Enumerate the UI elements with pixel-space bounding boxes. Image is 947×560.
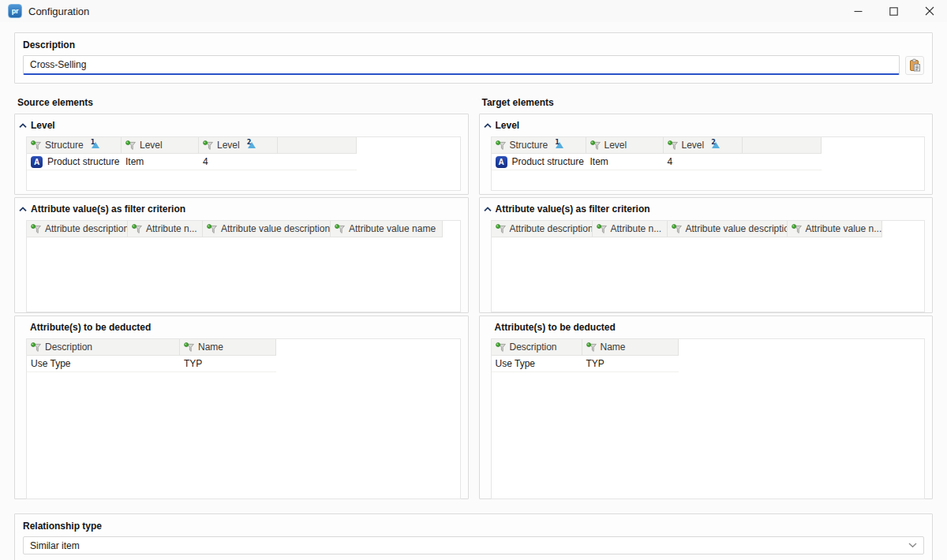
source-level-header[interactable]: Level [15, 114, 468, 134]
filter-icon[interactable] [31, 342, 42, 353]
column-header[interactable]: Description [492, 339, 582, 356]
description-row [23, 55, 924, 75]
column-header[interactable]: Attribute value name [331, 221, 443, 237]
paste-button[interactable] [905, 56, 924, 75]
sort-ascending-icon: 2 [711, 141, 721, 149]
grid-row[interactable]: Use TypeTYP [27, 356, 276, 372]
sort-ascending-icon: 1 [91, 141, 100, 149]
target-attr-filter-header[interactable]: Attribute value(s) as filter criterion [480, 198, 933, 218]
minimize-button[interactable] [840, 0, 876, 22]
filter-icon[interactable] [496, 140, 507, 151]
filter-icon[interactable] [31, 224, 42, 234]
filter-icon[interactable] [496, 342, 507, 353]
source-level-section: Level Structure1LevelLevel2AProduct stru… [14, 114, 469, 195]
filter-icon[interactable] [496, 224, 507, 234]
column-header-label: Attribute value name [349, 223, 436, 234]
grid-cell: 4 [199, 154, 278, 170]
column-header[interactable]: Attribute description [492, 221, 593, 237]
source-attr-filter-table: Attribute descriptionAttribute n...Attri… [26, 220, 461, 312]
column-header[interactable]: Attribute value n... [788, 221, 882, 237]
column-header[interactable]: Level [586, 137, 664, 154]
cell-text: Use Type [31, 358, 70, 369]
structure-a-icon: A [31, 156, 43, 168]
cell-text: Item [125, 156, 144, 167]
source-elements-heading: Source elements [14, 95, 469, 114]
grid-cell: 4 [664, 154, 743, 170]
grid-row[interactable]: AProduct structureItem4 [27, 154, 357, 170]
column-header-label: Description [510, 342, 557, 353]
structure-a-icon: A [496, 156, 507, 168]
column-header[interactable]: Attribute value description [668, 221, 788, 237]
grid-row[interactable]: Use TypeTYP [492, 356, 679, 372]
grid-cell: Use Type [492, 356, 582, 371]
maximize-button[interactable] [876, 0, 911, 22]
target-level-table: Structure1LevelLevel2AProduct structureI… [491, 136, 926, 191]
column-header-label: Attribute value description [686, 223, 788, 234]
column-header[interactable]: Level2 [664, 137, 743, 154]
column-header[interactable]: Description [27, 339, 180, 356]
source-deducted-section: Attribute(s) to be deducted DescriptionN… [14, 315, 469, 499]
target-attr-filter-section: Attribute value(s) as filter criterion A… [479, 197, 934, 313]
column-header-label: Description [45, 342, 92, 353]
chevron-up-icon [19, 207, 27, 212]
cell-text: TYP [586, 358, 605, 369]
column-header-label: Attribute value n... [806, 223, 882, 234]
section-title: Level [31, 120, 55, 131]
grid-row[interactable]: AProduct structureItem4 [492, 154, 822, 170]
filter-icon[interactable] [207, 224, 218, 234]
column-header[interactable]: Level [122, 137, 199, 154]
cell-text: Item [590, 156, 608, 167]
column-header[interactable]: Level2 [199, 137, 278, 154]
column-header-label: Level [140, 140, 163, 151]
filter-icon[interactable] [335, 224, 346, 234]
column-header[interactable]: Attribute description [27, 221, 128, 237]
cell-text: Product structure [47, 156, 119, 167]
column-header-label: Attribute n... [146, 223, 197, 234]
target-level-header[interactable]: Level [480, 114, 933, 134]
column-header-label: Level [217, 140, 240, 151]
section-title: Attribute value(s) as filter criterion [496, 203, 650, 215]
filter-icon[interactable] [132, 224, 143, 234]
relationship-type-combobox[interactable]: Similar item [23, 536, 924, 554]
relationship-type-group: Relationship type Similar item [14, 513, 933, 560]
close-icon [925, 6, 934, 16]
column-header[interactable]: Structure1 [27, 137, 122, 154]
filter-icon[interactable] [203, 140, 214, 151]
filter-icon[interactable] [31, 140, 42, 151]
filter-icon[interactable] [184, 342, 195, 353]
column-header-label: Name [198, 342, 223, 353]
grid-header-row: DescriptionName [492, 339, 679, 356]
column-header[interactable]: Name [582, 339, 679, 356]
chevron-up-icon [19, 123, 27, 129]
filter-icon[interactable] [792, 224, 803, 234]
grid-header-row: Attribute descriptionAttribute n...Attri… [27, 221, 443, 237]
source-deducted-table: DescriptionNameUse TypeTYP [26, 338, 461, 499]
description-input[interactable] [23, 55, 900, 75]
column-header[interactable]: Attribute value description [203, 221, 331, 237]
filter-icon[interactable] [590, 140, 601, 151]
column-header[interactable]: Structure1 [492, 137, 586, 154]
filter-icon[interactable] [597, 224, 608, 234]
description-group: Description [14, 32, 933, 84]
target-deducted-header: Attribute(s) to be deducted [480, 316, 933, 336]
sort-ascending-icon: 1 [555, 141, 564, 149]
grid-cell: TYP [180, 356, 276, 371]
section-title: Level [496, 120, 520, 131]
source-attr-filter-header[interactable]: Attribute value(s) as filter criterion [15, 198, 468, 218]
filter-icon[interactable] [586, 342, 597, 353]
column-header[interactable]: Name [180, 339, 276, 356]
filter-icon[interactable] [125, 140, 137, 151]
close-button[interactable] [911, 0, 947, 22]
column-header[interactable]: Attribute n... [128, 221, 203, 237]
filter-icon[interactable] [668, 140, 679, 151]
column-header-label: Structure [510, 140, 548, 151]
column-header[interactable]: Attribute n... [593, 221, 668, 237]
column-header-label: Level [605, 140, 627, 151]
configuration-window: pr Configuration Description [0, 0, 947, 560]
chevron-up-icon [484, 207, 492, 212]
clipboard-icon [908, 58, 922, 73]
filter-icon[interactable] [672, 224, 683, 234]
elements-columns: Source elements Level Structure1LevelLev… [14, 95, 933, 502]
source-deducted-header: Attribute(s) to be deducted [15, 316, 468, 336]
grid-cell: TYP [582, 356, 679, 371]
